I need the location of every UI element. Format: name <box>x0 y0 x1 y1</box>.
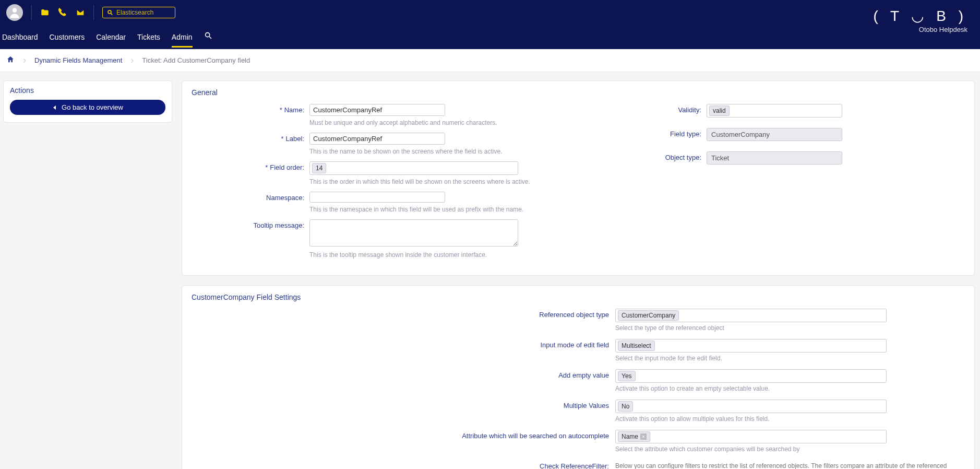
svg-point-0 <box>13 8 17 13</box>
refobj-label: Referenced object type <box>192 309 615 319</box>
label-input[interactable] <box>309 133 445 145</box>
namespace-select[interactable] <box>309 192 445 203</box>
settings-title: CustomerCompany Field Settings <box>192 293 965 301</box>
breadcrumb-current: Ticket: Add CustomerCompany field <box>142 56 250 64</box>
general-title: General <box>192 88 965 97</box>
settings-panel: CustomerCompany Field Settings Reference… <box>182 285 975 469</box>
remove-icon[interactable]: × <box>640 433 647 440</box>
objecttype-label: Object type: <box>665 154 701 161</box>
name-input[interactable] <box>309 104 445 116</box>
namespace-hint: This is the namespace in which this fiel… <box>309 206 568 213</box>
nav-dashboard[interactable]: Dashboard <box>2 30 38 48</box>
breadcrumb: › Dynamic Fields Management › Ticket: Ad… <box>0 49 980 72</box>
svg-line-4 <box>209 37 211 39</box>
order-select[interactable]: 14 <box>309 161 518 175</box>
avatar[interactable] <box>6 4 23 21</box>
namespace-label: Namespace: <box>266 194 304 202</box>
nav-admin[interactable]: Admin <box>172 30 193 48</box>
breadcrumb-link[interactable]: Dynamic Fields Management <box>34 56 122 64</box>
check-label: Check ReferenceFilter: <box>192 460 615 469</box>
validity-select[interactable]: valid <box>707 104 842 118</box>
separator <box>93 5 94 20</box>
inputmode-label: Input mode of edit field <box>192 339 615 349</box>
nav-customers[interactable]: Customers <box>50 30 85 48</box>
fieldtype-label: Field type: <box>670 130 701 138</box>
multi-label: Multiple Values <box>192 400 615 409</box>
name-hint: Must be unique and only accept alphabeti… <box>309 119 568 126</box>
order-label: Field order: <box>270 163 304 171</box>
actions-title: Actions <box>10 86 165 95</box>
nav-search-icon[interactable] <box>204 28 212 48</box>
attr-hint: Select the attribute which customer comp… <box>615 445 965 453</box>
folder-icon[interactable] <box>40 8 50 17</box>
tooltip-hint: This is the tooltip message shown inside… <box>309 251 568 259</box>
check-text: Below you can configure filters to restr… <box>615 461 965 469</box>
empty-hint: Activate this option to create an empty … <box>615 385 965 392</box>
main-nav: Dashboard Customers Calendar Tickets Adm… <box>0 21 980 48</box>
inputmode-hint: Select the input mode for the edit field… <box>615 355 965 362</box>
chevron-right-icon: › <box>127 55 137 66</box>
tooltip-label: Tooltip message: <box>253 221 304 229</box>
brand-name: Otobo Helpdesk <box>873 26 967 33</box>
empty-label: Add empty value <box>192 369 615 379</box>
fieldtype-value: CustomerCompany <box>707 128 842 141</box>
general-panel: General *Name: Must be unique and only a… <box>182 80 975 276</box>
name-label: Name: <box>284 106 304 114</box>
multi-hint: Activate this option to allow multiple v… <box>615 415 965 423</box>
order-hint: This is the order in which this field wi… <box>309 178 568 185</box>
fulltext-search[interactable] <box>102 7 175 18</box>
chevron-right-icon: › <box>20 55 29 66</box>
attr-label: Attribute which will be searched on auto… <box>192 430 615 440</box>
validity-label: Validity: <box>678 106 701 114</box>
go-back-label: Go back to overview <box>62 103 123 111</box>
refobj-hint: Select the type of the referenced object <box>615 324 965 332</box>
svg-line-2 <box>111 14 113 15</box>
topbar: ( T ◡ B ) Otobo Helpdesk Dashboard Custo… <box>0 0 980 49</box>
multi-select[interactable]: No <box>615 400 887 413</box>
brand-logo: ( T ◡ B ) <box>873 7 967 25</box>
go-back-button[interactable]: Go back to overview <box>10 100 165 115</box>
mail-icon[interactable] <box>76 8 85 17</box>
home-icon[interactable] <box>6 55 15 65</box>
objecttype-value: Ticket <box>707 151 842 165</box>
phone-icon[interactable] <box>58 8 67 17</box>
nav-calendar[interactable]: Calendar <box>96 30 126 48</box>
inputmode-select[interactable]: Multiselect <box>615 339 887 353</box>
svg-point-1 <box>108 10 111 14</box>
refobj-select[interactable]: CustomerCompany <box>615 309 887 322</box>
label-hint: This is the name to be shown on the scre… <box>309 148 568 155</box>
attr-select[interactable]: Name× <box>615 430 887 443</box>
separator <box>31 5 32 20</box>
tooltip-textarea[interactable] <box>309 219 518 247</box>
actions-card: Actions Go back to overview <box>3 80 172 123</box>
svg-point-3 <box>205 33 209 37</box>
label-label: Label: <box>286 135 304 143</box>
brand: ( T ◡ B ) Otobo Helpdesk <box>873 7 967 33</box>
empty-select[interactable]: Yes <box>615 369 887 383</box>
nav-tickets[interactable]: Tickets <box>137 30 160 48</box>
search-input[interactable] <box>116 9 169 16</box>
